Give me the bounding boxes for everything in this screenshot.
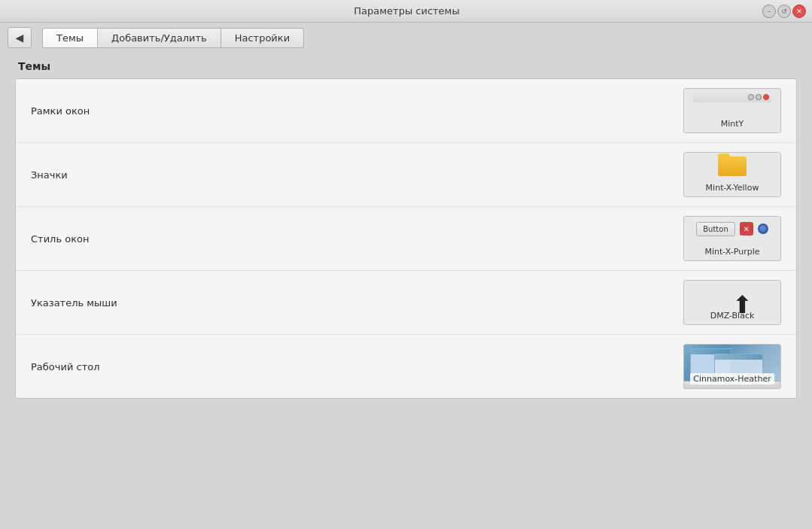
window-style-name: Mint-X-Purple xyxy=(705,247,760,257)
icons-preview[interactable]: Mint-X-Yellow xyxy=(683,152,781,197)
window-style-preview[interactable]: Button ✕ Mint-X-Purple xyxy=(683,216,781,261)
mini-radio-preview xyxy=(758,223,768,234)
desktop-preview[interactable]: Cinnamox-Heather xyxy=(683,344,781,389)
toolbar: ◀ Темы Добавить/Удалить Настройки xyxy=(0,23,812,53)
theme-row-window-style: Стиль окон Button ✕ Mint-X-Purple xyxy=(16,207,796,271)
window-frames-name: MintY xyxy=(721,119,744,129)
back-icon: ◀ xyxy=(16,32,24,44)
mini-restore xyxy=(756,94,762,100)
theme-row-window-frames: Рамки окон MintY xyxy=(16,79,796,143)
window-frames-preview[interactable]: MintY xyxy=(683,88,781,133)
mini-close xyxy=(763,94,769,100)
mini-button-preview: Button xyxy=(696,222,735,236)
tab-add-remove[interactable]: Добавить/Удалить xyxy=(98,28,221,48)
mini-titlebar xyxy=(693,92,771,102)
titlebar-title: Параметры системы xyxy=(51,5,762,17)
window-frames-label: Рамки окон xyxy=(31,105,90,117)
section-title: Темы xyxy=(18,60,797,72)
cursor-preview[interactable]: ⬆ DMZ-Black xyxy=(683,280,781,325)
mini-close-btn-preview: ✕ xyxy=(740,222,753,236)
window-frame-visual xyxy=(684,89,780,119)
window-controls: – ↺ ✕ xyxy=(762,5,806,18)
themes-panel: Рамки окон MintY Значки xyxy=(15,78,797,399)
desktop-win-title2 xyxy=(715,354,762,360)
main-content: Темы Рамки окон MintY xyxy=(0,53,812,529)
folder-body xyxy=(718,157,747,176)
cursor-label: Указатель мыши xyxy=(31,297,117,309)
back-button[interactable]: ◀ xyxy=(8,27,32,48)
window-style-label: Стиль окон xyxy=(31,233,89,245)
maximize-button[interactable]: ↺ xyxy=(777,5,791,18)
folder-icon xyxy=(718,154,747,176)
tab-themes[interactable]: Темы xyxy=(42,28,98,48)
tab-settings[interactable]: Настройки xyxy=(221,28,304,48)
theme-row-cursor: Указатель мыши ⬆ DMZ-Black xyxy=(16,271,796,335)
icons-label: Значки xyxy=(31,169,68,181)
winstyle-visual: Button ✕ xyxy=(684,217,780,247)
mini-minimize xyxy=(748,94,754,100)
theme-row-desktop: Рабочий стол Cinnamox-Heather xyxy=(16,335,796,398)
cursor-visual: ⬆ xyxy=(684,281,780,311)
close-button[interactable]: ✕ xyxy=(792,5,806,18)
desktop-label: Рабочий стол xyxy=(31,361,99,372)
theme-row-icons: Значки Mint-X-Yellow xyxy=(16,143,796,207)
icons-visual xyxy=(684,153,780,183)
minimize-button[interactable]: – xyxy=(762,5,776,18)
icons-name: Mint-X-Yellow xyxy=(706,183,759,193)
titlebar: Параметры системы – ↺ ✕ xyxy=(0,0,812,23)
desktop-name: Cinnamox-Heather xyxy=(690,373,774,385)
tabs-container: Темы Добавить/Удалить Настройки xyxy=(42,28,304,48)
main-window: Параметры системы – ↺ ✕ ◀ Темы Добавить/… xyxy=(0,0,812,529)
